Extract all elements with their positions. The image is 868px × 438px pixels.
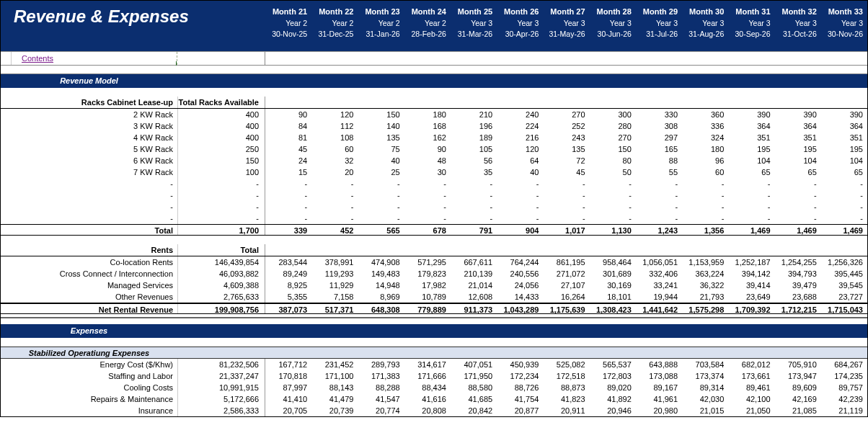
cell: 210,139 [451, 268, 497, 280]
cell: 452 [311, 225, 358, 236]
cell: 21,793 [682, 291, 728, 303]
cell: 351 [728, 132, 774, 143]
contents-link[interactable]: Contents [11, 52, 177, 65]
month-header: Month 27Year 331-May-26 [543, 1, 589, 51]
cell: 105 [451, 143, 497, 155]
cell: 283,544 [265, 256, 311, 268]
cell: 20,980 [636, 405, 682, 416]
cell: 210 [451, 109, 497, 120]
month-header: Month 24Year 228-Feb-26 [404, 1, 451, 51]
cell: 172,803 [590, 370, 636, 382]
cell: 20,705 [265, 405, 311, 416]
rack-row: 2 KW Rack4009012015018021024027030033036… [1, 109, 867, 120]
row-label: Insurance [1, 405, 177, 416]
cell: 40 [497, 166, 543, 178]
cell: 7,158 [311, 291, 358, 303]
racks-total-value: 1,700 [177, 225, 265, 235]
cell: 21,119 [821, 405, 867, 416]
cell: 571,295 [404, 256, 451, 268]
cell: 351 [775, 132, 821, 143]
rack-row: 4 KW Rack4008110813516218921624327029732… [1, 132, 867, 143]
cell: 40 [358, 155, 404, 166]
cell: 301,689 [590, 268, 636, 280]
cell: 395,445 [821, 268, 867, 280]
cell: 224 [497, 120, 543, 132]
cell: 41,479 [311, 393, 358, 405]
cell: 173,088 [636, 370, 682, 382]
cell: 1,709,392 [728, 304, 774, 316]
cell: 120 [311, 109, 358, 120]
cell: 89,167 [636, 382, 682, 393]
cell: 387,073 [265, 304, 311, 316]
cell: 394,142 [728, 268, 774, 280]
cell: 450,939 [497, 359, 543, 370]
month-header: Month 22Year 231-Dec-25 [311, 1, 358, 51]
cell: 140 [358, 120, 404, 132]
cell: 179,823 [404, 268, 451, 280]
rack-row: 3 KW Rack4008411214016819622425228030833… [1, 120, 867, 132]
cell: 108 [311, 132, 358, 143]
cell: 1,056,051 [636, 256, 682, 268]
cell: 96 [682, 155, 728, 166]
cell: 240,556 [497, 268, 543, 280]
row-total: 146,439,854 [177, 256, 265, 268]
cell: 364 [821, 120, 867, 132]
rent-row: Managed Services4,609,3888,92511,92914,9… [1, 280, 867, 291]
racks-header-row: Racks Cabinet Lease-up Total Racks Avail… [1, 97, 867, 109]
row-label: 2 KW Rack [1, 109, 177, 120]
cell: 1,256,326 [821, 256, 867, 268]
cell: 314,617 [404, 359, 451, 370]
cell: 50 [590, 166, 636, 178]
expense-row: Repairs & Maintenance5,172,66641,41041,4… [1, 393, 867, 405]
month-header: Month 21Year 230-Nov-25 [265, 1, 311, 51]
cell: 5,355 [265, 291, 311, 303]
cell: 364 [728, 120, 774, 132]
contents-row: Contents [1, 51, 867, 66]
cell: 23,727 [821, 291, 867, 303]
cell: 90 [404, 143, 451, 155]
cell: 1,252,187 [728, 256, 774, 268]
cell: 474,908 [358, 256, 404, 268]
cell: 171,100 [311, 370, 358, 382]
row-total: 400 [177, 120, 265, 132]
cell: 180 [682, 143, 728, 155]
cell: 1,712,215 [775, 304, 821, 316]
section-expenses: Expenses [1, 324, 867, 338]
cell: 360 [682, 109, 728, 120]
cell: 39,479 [775, 280, 821, 291]
cell: 15 [265, 166, 311, 178]
cell: 60 [682, 166, 728, 178]
cell: 45 [265, 143, 311, 155]
net-rental-label: Net Rental Revenue [1, 304, 177, 313]
cell: 173,661 [728, 370, 774, 382]
cell: 21,015 [682, 405, 728, 416]
month-header: Month 30Year 331-Aug-26 [682, 1, 728, 51]
row-label: 4 KW Rack [1, 132, 177, 143]
cell: 10,789 [404, 291, 451, 303]
cell: 271,072 [543, 268, 589, 280]
cell: 20,774 [358, 405, 404, 416]
empty-row: --------------- [1, 189, 867, 201]
cell: 8,925 [265, 280, 311, 291]
cell: 112 [311, 120, 358, 132]
cell: 42,169 [775, 393, 821, 405]
cell: 30,169 [590, 280, 636, 291]
cell: 56 [451, 155, 497, 166]
cell: 41,616 [404, 393, 451, 405]
month-header: Month 33Year 330-Nov-26 [821, 1, 867, 51]
row-label: Staffing and Labor [1, 370, 177, 382]
row-label: Managed Services [1, 280, 177, 291]
cell: 195 [728, 143, 774, 155]
month-headers: Month 21Year 230-Nov-25Month 22Year 231-… [265, 1, 867, 51]
row-label: 3 KW Rack [1, 120, 177, 132]
cell: 363,224 [682, 268, 728, 280]
cell: 168 [404, 120, 451, 132]
cell: 41,892 [590, 393, 636, 405]
racks-header-total: Total Racks Available [177, 97, 265, 108]
section-revenue-model: Revenue Model [1, 74, 867, 88]
month-header: Month 28Year 330-Jun-26 [590, 1, 636, 51]
cell: 104 [821, 155, 867, 166]
cell: 88,288 [358, 382, 404, 393]
cell: 72 [543, 155, 589, 166]
cell: 11,929 [311, 280, 358, 291]
